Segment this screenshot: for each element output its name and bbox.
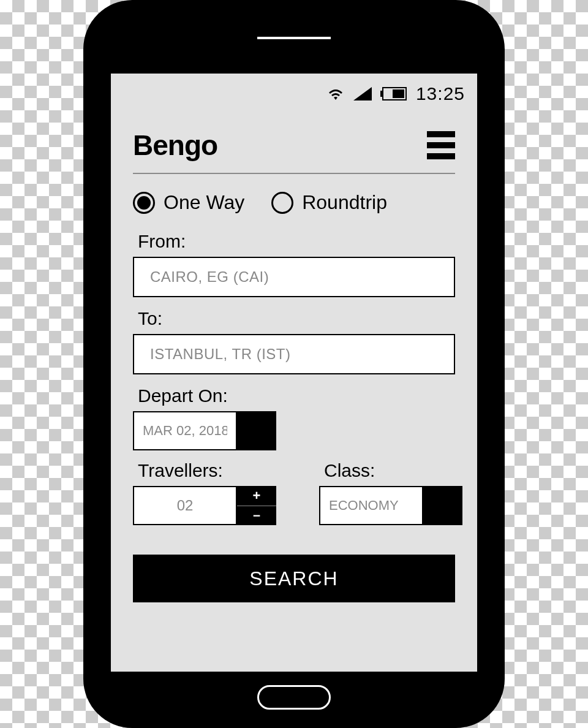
battery-icon [380,86,407,101]
from-field-group: From: [133,227,455,297]
app-header: Bengo [133,110,455,174]
svg-rect-2 [393,89,404,98]
radio-one-way[interactable]: One Way [133,191,244,214]
app-content: Bengo One Way Roundtrip From: [111,110,477,602]
travellers-field-group: Travellers: + － [133,457,276,525]
phone-speaker [257,37,331,39]
search-button[interactable]: SEARCH [133,555,455,602]
depart-label: Depart On: [133,382,455,411]
status-time: 13:25 [416,83,465,104]
radio-roundtrip[interactable]: Roundtrip [271,191,387,214]
app-screen: 13:25 Bengo One Way Roundtrip [111,74,477,672]
status-bar: 13:25 [111,74,477,110]
radio-label: Roundtrip [302,191,387,214]
from-label: From: [133,227,455,257]
quantity-stepper: + － [237,486,276,525]
signal-icon [353,87,372,100]
from-input[interactable] [133,257,455,297]
phone-frame: 13:25 Bengo One Way Roundtrip [83,0,505,728]
depart-field-group: Depart On: [133,382,455,450]
radio-icon [133,192,155,214]
menu-icon[interactable] [427,131,455,159]
radio-icon [271,192,293,214]
travellers-input[interactable] [133,486,237,525]
class-label: Class: [319,457,462,486]
svg-rect-1 [380,91,383,97]
app-title: Bengo [133,129,217,162]
travellers-increment-button[interactable]: + [237,486,276,506]
to-field-group: To: [133,305,455,374]
to-label: To: [133,305,455,334]
radio-label: One Way [164,191,244,214]
to-input[interactable] [133,334,455,374]
trip-type-group: One Way Roundtrip [133,174,455,220]
travellers-decrement-button[interactable]: － [237,506,276,526]
travellers-label: Travellers: [133,457,276,486]
home-button[interactable] [257,685,331,710]
depart-date-input[interactable] [133,411,237,450]
wifi-icon [326,86,345,101]
depart-date-picker-button[interactable] [237,411,276,450]
class-dropdown-button[interactable] [423,486,462,525]
class-field-group: Class: [319,457,462,525]
class-input[interactable] [319,486,423,525]
